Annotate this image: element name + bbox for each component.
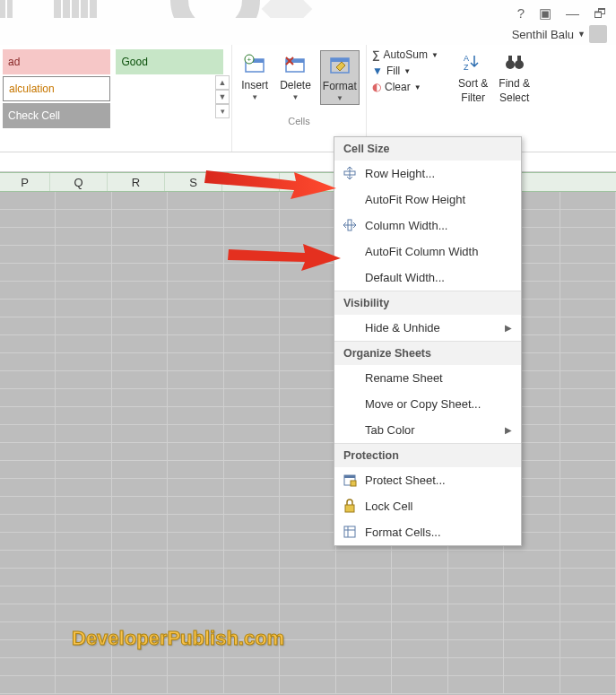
autosum-button[interactable]: ∑ AutoSum ▼ bbox=[372, 48, 453, 61]
grid-cell[interactable] bbox=[0, 282, 56, 300]
grid-cell[interactable] bbox=[168, 425, 223, 443]
grid-row[interactable] bbox=[0, 604, 616, 622]
grid-cell[interactable] bbox=[280, 604, 335, 622]
grid-cell[interactable] bbox=[280, 282, 335, 300]
grid-cell[interactable] bbox=[0, 622, 56, 640]
grid-cell[interactable] bbox=[56, 228, 111, 246]
grid-cell[interactable] bbox=[448, 586, 504, 604]
grid-cell[interactable] bbox=[112, 533, 168, 551]
grid-row[interactable] bbox=[0, 300, 616, 317]
grid-cell[interactable] bbox=[168, 300, 223, 317]
grid-cell[interactable] bbox=[168, 569, 223, 586]
grid-cell[interactable] bbox=[168, 479, 223, 497]
grid-cell[interactable] bbox=[56, 533, 111, 551]
grid-cell[interactable] bbox=[560, 317, 616, 335]
grid-cell[interactable] bbox=[56, 443, 111, 461]
grid-cell[interactable] bbox=[112, 461, 168, 479]
grid-row[interactable] bbox=[0, 389, 616, 407]
styles-gallery[interactable]: ad Good alculation Check Cell ▲ ▼ ▾ bbox=[0, 45, 231, 152]
grid-row[interactable] bbox=[0, 569, 616, 586]
grid-cell[interactable] bbox=[448, 676, 504, 694]
grid-cell[interactable] bbox=[224, 533, 280, 551]
grid-cell[interactable] bbox=[0, 461, 56, 479]
sort-filter-button[interactable]: AZ Sort & Filter bbox=[456, 48, 490, 106]
grid-cell[interactable] bbox=[168, 443, 223, 461]
grid-cell[interactable] bbox=[112, 228, 168, 246]
grid-cell[interactable] bbox=[504, 676, 560, 694]
grid-cell[interactable] bbox=[168, 264, 223, 282]
grid-cell[interactable] bbox=[504, 551, 560, 569]
grid-cell[interactable] bbox=[560, 353, 616, 371]
grid-cell[interactable] bbox=[112, 497, 168, 515]
grid-cell[interactable] bbox=[448, 658, 504, 676]
grid-cell[interactable] bbox=[0, 228, 56, 246]
grid-cell[interactable] bbox=[0, 407, 56, 425]
grid-cell[interactable] bbox=[392, 676, 447, 694]
grid-cell[interactable] bbox=[56, 461, 111, 479]
grid-cell[interactable] bbox=[0, 353, 56, 371]
grid-cell[interactable] bbox=[560, 515, 616, 533]
grid-cell[interactable] bbox=[280, 551, 335, 569]
grid-cell[interactable] bbox=[280, 461, 335, 479]
grid-cell[interactable] bbox=[224, 300, 280, 317]
grid-cell[interactable] bbox=[168, 210, 223, 228]
grid-cell[interactable] bbox=[56, 425, 111, 443]
grid-cell[interactable] bbox=[280, 497, 335, 515]
grid-cell[interactable] bbox=[504, 658, 560, 676]
grid-cell[interactable] bbox=[0, 676, 56, 694]
grid-cell[interactable] bbox=[168, 676, 223, 694]
grid-cell[interactable] bbox=[168, 389, 223, 407]
grid-cell[interactable] bbox=[280, 533, 335, 551]
grid-cell[interactable] bbox=[0, 497, 56, 515]
grid-cell[interactable] bbox=[560, 389, 616, 407]
grid-cell[interactable] bbox=[392, 604, 447, 622]
grid-cell[interactable] bbox=[56, 604, 111, 622]
grid-cell[interactable] bbox=[336, 586, 392, 604]
grid-cell[interactable] bbox=[56, 497, 111, 515]
grid-cell[interactable] bbox=[224, 497, 280, 515]
styles-scroll[interactable]: ▲ ▼ ▾ bbox=[215, 75, 230, 118]
grid-cell[interactable] bbox=[560, 300, 616, 317]
grid-cell[interactable] bbox=[56, 407, 111, 425]
grid-row[interactable] bbox=[0, 443, 616, 461]
grid-cell[interactable] bbox=[504, 622, 560, 640]
format-button[interactable]: Format ▼ bbox=[320, 50, 360, 105]
grid-cell[interactable] bbox=[0, 371, 56, 389]
menu-row-height[interactable]: Row Height... bbox=[334, 161, 521, 187]
grid-cell[interactable] bbox=[280, 317, 335, 335]
menu-hide-unhide[interactable]: Hide & Unhide ▶ bbox=[334, 315, 521, 341]
grid-cell[interactable] bbox=[560, 569, 616, 586]
grid-cell[interactable] bbox=[112, 443, 168, 461]
grid-cell[interactable] bbox=[280, 210, 335, 228]
grid-cell[interactable] bbox=[392, 622, 447, 640]
grid-cell[interactable] bbox=[56, 569, 111, 586]
grid-cell[interactable] bbox=[280, 640, 335, 658]
menu-column-width[interactable]: Column Width... bbox=[334, 213, 521, 239]
grid-cell[interactable] bbox=[112, 586, 168, 604]
grid-cell[interactable] bbox=[392, 640, 447, 658]
grid-cell[interactable] bbox=[336, 676, 392, 694]
grid-cell[interactable] bbox=[280, 676, 335, 694]
grid-cell[interactable] bbox=[168, 371, 223, 389]
grid-cell[interactable] bbox=[112, 192, 168, 210]
grid-cell[interactable] bbox=[224, 210, 280, 228]
ribbon-display-icon[interactable]: ▣ bbox=[539, 5, 551, 22]
grid-cell[interactable] bbox=[112, 371, 168, 389]
grid-cell[interactable] bbox=[224, 282, 280, 300]
grid-cell[interactable] bbox=[280, 515, 335, 533]
grid-cell[interactable] bbox=[560, 407, 616, 425]
grid-cell[interactable] bbox=[336, 569, 392, 586]
grid-cell[interactable] bbox=[56, 389, 111, 407]
grid-cell[interactable] bbox=[224, 461, 280, 479]
grid-cell[interactable] bbox=[56, 264, 111, 282]
scroll-up-icon[interactable]: ▲ bbox=[215, 75, 230, 90]
grid-cell[interactable] bbox=[504, 586, 560, 604]
grid-cell[interactable] bbox=[280, 586, 335, 604]
scroll-down-icon[interactable]: ▼ bbox=[215, 90, 230, 104]
menu-default-width[interactable]: Default Width... bbox=[334, 265, 521, 291]
grid-cell[interactable] bbox=[560, 335, 616, 353]
grid-cell[interactable] bbox=[224, 586, 280, 604]
grid-cell[interactable] bbox=[224, 425, 280, 443]
grid-cell[interactable] bbox=[112, 658, 168, 676]
grid-cell[interactable] bbox=[112, 246, 168, 264]
